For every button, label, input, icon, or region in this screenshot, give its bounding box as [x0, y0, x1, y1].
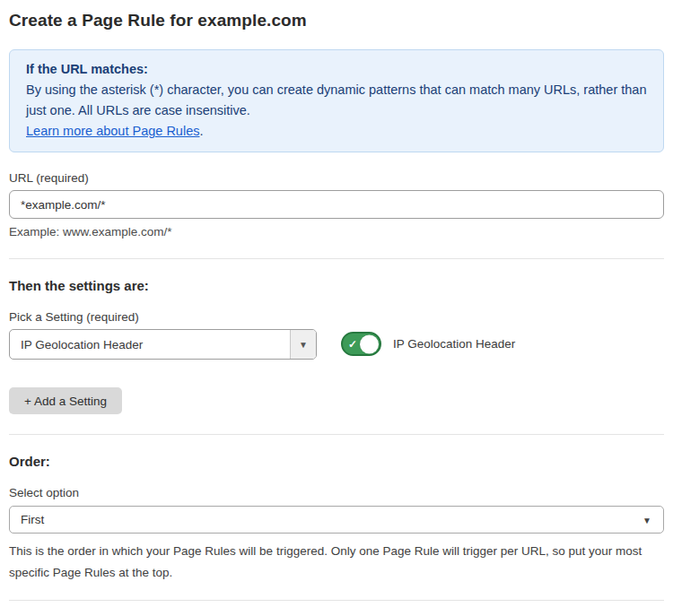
create-page-rule-form: Create a Page Rule for example.com If th… — [0, 0, 673, 616]
ip-geolocation-toggle[interactable]: ✓ — [341, 332, 381, 356]
toggle-label: IP Geolocation Header — [393, 337, 515, 351]
url-match-info-box: If the URL matches: By using the asteris… — [9, 49, 664, 152]
setting-picker-block: Pick a Setting (required) IP Geolocation… — [9, 310, 317, 360]
url-example-helper: Example: www.example.com/* — [9, 225, 664, 239]
setting-picker-select[interactable]: IP Geolocation Header ▼ — [9, 329, 317, 360]
info-box-body: By using the asterisk (*) character, you… — [26, 80, 647, 121]
setting-picker-arrow-button[interactable]: ▼ — [290, 330, 316, 359]
settings-section-heading: Then the settings are: — [9, 278, 664, 293]
order-select-label: Select option — [9, 486, 664, 499]
chevron-down-icon: ▼ — [299, 340, 308, 350]
info-box-heading: If the URL matches: — [26, 59, 647, 80]
order-helper-text: This is the order in which your Page Rul… — [9, 541, 673, 584]
setting-row: Pick a Setting (required) IP Geolocation… — [9, 310, 664, 360]
page-title: Create a Page Rule for example.com — [9, 11, 664, 30]
check-icon: ✓ — [348, 337, 357, 350]
toggle-knob — [360, 334, 379, 353]
setting-picker-label: Pick a Setting (required) — [9, 310, 317, 324]
link-suffix: . — [199, 124, 203, 138]
url-field-label: URL (required) — [9, 171, 664, 185]
order-section-heading: Order: — [9, 454, 664, 469]
section-divider — [9, 258, 664, 259]
section-divider-2 — [9, 434, 664, 435]
setting-picker-value: IP Geolocation Header — [10, 330, 290, 359]
url-input[interactable] — [9, 190, 664, 219]
chevron-down-icon: ▼ — [642, 515, 651, 525]
add-setting-button[interactable]: + Add a Setting — [9, 387, 122, 414]
order-select-value: First — [21, 513, 44, 526]
info-box-link-line: Learn more about Page Rules. — [26, 121, 647, 142]
learn-more-link[interactable]: Learn more about Page Rules — [26, 124, 199, 138]
toggle-block: ✓ IP Geolocation Header — [341, 332, 515, 356]
footer-divider — [9, 600, 664, 601]
order-select[interactable]: First ▼ — [9, 506, 664, 534]
